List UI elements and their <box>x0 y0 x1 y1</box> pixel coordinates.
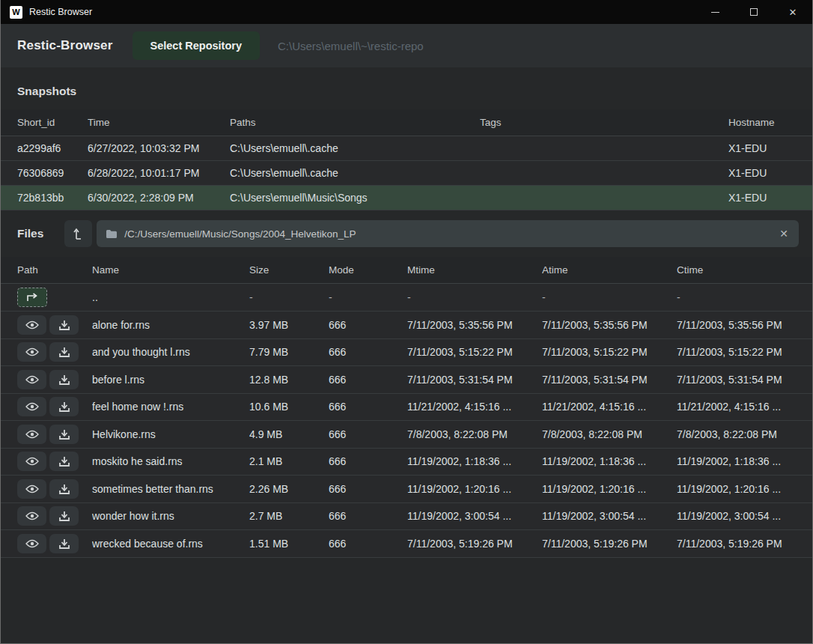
preview-file-button[interactable] <box>17 315 46 335</box>
file-name: and you thought l.rns <box>92 346 249 358</box>
parent-row-mode: - <box>329 291 407 303</box>
file-mtime: 7/11/2003, 5:35:56 PM <box>407 319 542 331</box>
file-mode: 666 <box>329 483 407 495</box>
snapshot-short-id: a2299af6 <box>17 142 88 154</box>
download-icon <box>59 484 70 494</box>
preview-file-button[interactable] <box>17 397 46 416</box>
file-size: 2.26 MB <box>249 483 329 495</box>
snapshot-row[interactable]: 72b813bb 6/30/2022, 2:28:09 PM C:\Users\… <box>1 186 812 210</box>
clear-path-button[interactable]: ✕ <box>778 228 790 240</box>
parent-row-ctime: - <box>677 291 812 303</box>
select-repository-button[interactable]: Select Repository <box>133 31 261 60</box>
snapshot-row[interactable]: 76306869 6/28/2022, 10:01:17 PM C:\Users… <box>1 161 812 186</box>
restic-browser-window: W Restic Browser ✕ Restic-Browser Select… <box>0 0 813 644</box>
download-file-button[interactable] <box>49 342 79 362</box>
download-file-button[interactable] <box>49 479 79 499</box>
file-name: alone for.rns <box>92 319 249 331</box>
files-section-bar: Files /C:/Users/emuell/Music/Songs/2004_… <box>1 210 812 257</box>
snapshot-hostname: X1-EDU <box>728 192 812 204</box>
repository-path: C:\Users\emuell\~\restic-repo <box>278 40 424 52</box>
download-icon <box>59 347 70 357</box>
file-ctime: 7/11/2003, 5:35:56 PM <box>677 319 812 331</box>
file-size: 10.6 MB <box>249 401 329 413</box>
close-icon: ✕ <box>789 7 797 18</box>
file-mtime: 7/8/2003, 8:22:08 PM <box>407 428 542 440</box>
file-row: alone for.rns 3.97 MB 666 7/11/2003, 5:3… <box>1 312 812 339</box>
download-icon <box>59 401 70 412</box>
download-file-button[interactable] <box>49 452 79 471</box>
preview-file-button[interactable] <box>17 342 46 362</box>
preview-file-button[interactable] <box>17 370 46 389</box>
close-button[interactable]: ✕ <box>773 0 812 24</box>
clear-icon: ✕ <box>779 228 788 240</box>
col-mode: Mode <box>329 264 407 276</box>
parent-row-name: .. <box>92 291 249 303</box>
file-mtime: 7/11/2003, 5:19:26 PM <box>407 538 542 550</box>
col-mtime: Mtime <box>407 264 542 276</box>
col-time: Time <box>88 117 230 128</box>
download-file-button[interactable] <box>49 370 79 389</box>
preview-file-button[interactable] <box>17 506 46 526</box>
file-name: wonder how it.rns <box>92 510 249 522</box>
up-level-button[interactable] <box>64 220 92 247</box>
file-mode: 666 <box>329 374 407 386</box>
maximize-icon <box>750 8 758 16</box>
download-icon <box>59 456 70 467</box>
file-name: Helvikone.rns <box>92 428 249 440</box>
open-parent-directory-button[interactable] <box>17 288 47 307</box>
download-file-button[interactable] <box>49 534 79 553</box>
download-file-button[interactable] <box>49 315 79 335</box>
minimize-icon <box>711 12 719 13</box>
snapshots-table-header: Short_id Time Paths Tags Hostname <box>1 109 812 136</box>
file-atime: 11/19/2002, 1:18:36 ... <box>542 455 677 467</box>
file-atime: 7/11/2003, 5:19:26 PM <box>542 538 677 550</box>
file-ctime: 7/11/2003, 5:31:54 PM <box>677 374 812 386</box>
file-ctime: 7/11/2003, 5:15:22 PM <box>677 346 812 358</box>
file-mtime: 11/19/2002, 1:18:36 ... <box>407 455 542 467</box>
file-mode: 666 <box>329 319 407 331</box>
preview-file-button[interactable] <box>17 452 46 471</box>
eye-icon <box>25 457 39 466</box>
file-name: before l.rns <box>92 374 249 386</box>
file-name: sometimes better than.rns <box>92 483 249 495</box>
preview-file-button[interactable] <box>17 534 46 553</box>
app-header: Restic-Browser Select Repository C:\User… <box>1 24 812 67</box>
snapshot-paths: C:\Users\emuell\Music\Songs <box>230 192 480 204</box>
snapshot-row[interactable]: a2299af6 6/27/2022, 10:03:32 PM C:\Users… <box>1 136 812 161</box>
title-bar[interactable]: W Restic Browser ✕ <box>1 0 812 24</box>
file-size: 3.97 MB <box>249 319 329 331</box>
file-ctime: 11/19/2002, 1:18:36 ... <box>677 455 812 467</box>
snapshot-short-id: 72b813bb <box>17 192 88 204</box>
file-ctime: 7/8/2003, 8:22:08 PM <box>677 428 812 440</box>
file-mode: 666 <box>329 346 407 358</box>
download-file-button[interactable] <box>49 506 79 526</box>
download-file-button[interactable] <box>49 425 79 444</box>
file-atime: 7/11/2003, 5:31:54 PM <box>542 374 677 386</box>
parent-directory-row: .. - - - - - <box>1 284 812 312</box>
files-table-header: Path Name Size Mode Mtime Atime Ctime <box>1 257 812 284</box>
empty-area <box>1 558 812 644</box>
preview-file-button[interactable] <box>17 425 46 444</box>
eye-icon <box>25 484 39 493</box>
path-breadcrumb[interactable]: /C:/Users/emuell/Music/Songs/2004_Helvet… <box>97 220 799 247</box>
download-icon <box>59 374 70 385</box>
parent-row-mtime: - <box>407 291 542 303</box>
snapshots-table-body: a2299af6 6/27/2022, 10:03:32 PM C:\Users… <box>1 136 812 210</box>
preview-file-button[interactable] <box>17 479 46 499</box>
window-controls: ✕ <box>695 0 812 24</box>
file-mtime: 11/19/2002, 3:00:54 ... <box>407 510 542 522</box>
snapshot-short-id: 76306869 <box>17 167 88 179</box>
file-atime: 7/11/2003, 5:35:56 PM <box>542 319 677 331</box>
file-mtime: 7/11/2003, 5:31:54 PM <box>407 374 542 386</box>
files-table-body: alone for.rns 3.97 MB 666 7/11/2003, 5:3… <box>1 312 812 558</box>
minimize-button[interactable] <box>695 0 734 24</box>
download-icon <box>59 429 70 440</box>
file-mode: 666 <box>329 455 407 467</box>
file-row: feel home now !.rns 10.6 MB 666 11/21/20… <box>1 394 812 422</box>
file-name: wrecked because of.rns <box>92 538 249 550</box>
file-row: sometimes better than.rns 2.26 MB 666 11… <box>1 476 812 503</box>
snapshot-hostname: X1-EDU <box>728 167 812 179</box>
download-file-button[interactable] <box>49 397 79 416</box>
col-atime: Atime <box>542 264 677 276</box>
maximize-button[interactable] <box>734 0 773 24</box>
